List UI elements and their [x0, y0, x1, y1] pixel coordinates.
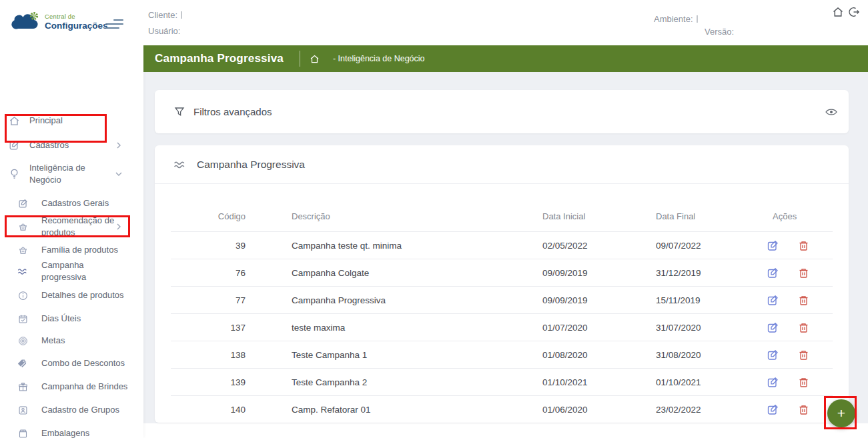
cliente-label: Cliente: — [148, 10, 177, 20]
sidebar-item-label: Metas — [41, 335, 129, 347]
edit-icon[interactable] — [767, 295, 779, 306]
cell-data-inicial: 01/07/2020 — [542, 323, 656, 333]
cliente-field: Cliente: — [148, 10, 182, 20]
ambiente-value — [697, 15, 698, 23]
cell-codigo: 76 — [171, 268, 246, 278]
usuario-label: Usuário: — [148, 26, 180, 36]
edit-note-icon — [17, 198, 28, 209]
trash-icon[interactable] — [798, 322, 809, 333]
sidebar-item-combo-de-descontos[interactable]: Combo de Descontos — [0, 357, 143, 370]
sidebar-item-recomendacao-de-produtos[interactable]: Recomendação de produtos — [0, 215, 143, 238]
waves-icon — [173, 160, 186, 169]
trash-icon[interactable] — [798, 404, 809, 415]
lightbulb-icon — [8, 168, 20, 180]
ambiente-label: Ambiente: — [654, 14, 693, 24]
trash-icon[interactable] — [798, 377, 809, 388]
eye-icon[interactable] — [825, 107, 838, 117]
sidebar-item-campanha-de-brindes[interactable]: Campanha de Brindes — [0, 380, 143, 393]
cell-codigo: 139 — [171, 377, 246, 387]
column-header-codigo: Código — [171, 211, 246, 221]
sidebar-toggle-button[interactable] — [105, 19, 124, 30]
cloud-gear-logo-icon — [9, 11, 40, 32]
trash-icon[interactable] — [798, 295, 809, 306]
sidebar-item-cadastro-de-grupos[interactable]: Cadastro de Grupos — [0, 403, 143, 417]
edit-icon[interactable] — [767, 377, 779, 388]
cell-codigo: 137 — [171, 323, 246, 333]
cell-data-final: 31/08/2020 — [656, 350, 767, 360]
sidebar-item-label: Campanha de Brindes — [41, 381, 129, 393]
content-area: Filtros avançados Campanha Progressiva C… — [143, 72, 868, 423]
sidebar-item-metas[interactable]: Metas — [0, 334, 143, 347]
sidebar-item-campanha-progressiva[interactable]: Campanha progressiva — [0, 265, 143, 278]
cell-descricao: Campanha Progressiva — [246, 295, 542, 305]
cell-descricao: Camp. Refatorar 01 — [246, 405, 542, 415]
edit-icon[interactable] — [767, 322, 779, 333]
versao-field: Versão: — [705, 27, 734, 37]
home-icon[interactable] — [832, 6, 844, 18]
column-header-data-inicial: Data Inicial — [542, 211, 656, 221]
cell-codigo: 77 — [171, 295, 246, 305]
sidebar-item-label: Cadastros — [29, 139, 113, 151]
sidebar-item-embalagens[interactable]: Embalagens — [0, 427, 143, 438]
column-header-acoes: Ações — [767, 211, 831, 221]
column-header-data-final: Data Final — [656, 211, 767, 221]
add-campaign-button[interactable]: + — [827, 399, 855, 427]
sidebar-item-label: Detalhes de produtos — [41, 289, 129, 301]
breadcrumb-home-icon[interactable] — [310, 54, 320, 64]
logo-line2: Configurações — [45, 21, 108, 31]
sidebar: Principal Cadastros Inteligência de Negó… — [0, 45, 143, 438]
sidebar-item-label: Família de produtos — [41, 244, 129, 256]
sidebar-item-principal[interactable]: Principal — [0, 114, 143, 127]
home-icon — [8, 115, 20, 127]
trash-icon[interactable] — [798, 349, 809, 361]
topbar: Central de Configurações Cliente: Usuári… — [0, 0, 868, 45]
edit-icon[interactable] — [767, 240, 779, 251]
page-header: Campanha Progressiva - Inteligência de N… — [143, 45, 868, 72]
sidebar-item-label: Combo de Descontos — [41, 357, 129, 369]
sidebar-item-detalhes-de-produtos[interactable]: Detalhes de produtos — [0, 289, 143, 302]
sidebar-item-inteligencia-de-negocio[interactable]: Inteligência de Negócio — [0, 160, 143, 188]
table-row: 139 Teste Campanha 2 01/10/2021 01/10/20… — [171, 368, 833, 395]
sidebar-item-label: Cadastros Gerais — [41, 197, 129, 209]
sidebar-item-label: Inteligência de Negócio — [29, 162, 113, 185]
sidebar-item-cadastros-gerais[interactable]: Cadastros Gerais — [0, 197, 143, 210]
edit-icon[interactable] — [767, 349, 779, 361]
cell-data-final: 31/07/2020 — [656, 323, 767, 333]
cell-descricao: Teste Campanha 1 — [246, 350, 542, 360]
sidebar-item-familia-de-produtos[interactable]: Família de produtos — [0, 243, 143, 257]
edit-note-icon — [8, 139, 20, 151]
table-header-row: Código Descrição Data Inicial Data Final… — [171, 184, 833, 231]
chevron-down-icon — [115, 170, 123, 178]
central-de-configuracoes-app: Central de Configurações Cliente: Usuári… — [0, 0, 868, 438]
filters-title: Filtros avançados — [193, 106, 272, 117]
cell-data-inicial: 09/09/2019 — [542, 268, 656, 278]
sidebar-item-label: Principal — [29, 115, 113, 127]
advanced-filters-panel[interactable]: Filtros avançados — [155, 90, 849, 133]
cell-descricao: Campanha Colgate — [246, 268, 542, 278]
sidebar-item-label: Campanha progressiva — [41, 259, 129, 283]
chevron-right-icon — [115, 141, 123, 149]
package-icon — [17, 428, 28, 438]
campaign-table-card: Campanha Progressiva Código Descrição Da… — [155, 145, 849, 423]
sidebar-item-dias-uteis[interactable]: Dias Úteis — [0, 312, 143, 325]
trash-icon[interactable] — [798, 240, 809, 251]
cell-data-final: 31/12/2019 — [656, 268, 767, 278]
cell-data-inicial: 09/09/2019 — [542, 295, 656, 305]
edit-icon[interactable] — [767, 267, 779, 279]
ambiente-field: Ambiente: — [654, 14, 698, 24]
logo-line1: Central de — [45, 13, 108, 20]
cell-data-final: 15/11/2019 — [656, 295, 767, 305]
cell-codigo: 39 — [171, 241, 246, 251]
cell-codigo: 138 — [171, 350, 246, 360]
sidebar-item-label: Cadastro de Grupos — [41, 404, 129, 416]
sidebar-item-cadastros[interactable]: Cadastros — [0, 139, 143, 152]
trash-icon[interactable] — [798, 267, 809, 279]
gift-icon — [17, 381, 28, 392]
cell-data-inicial: 01/06/2020 — [542, 405, 656, 415]
target-icon — [17, 335, 28, 346]
table-row: 77 Campanha Progressiva 09/09/2019 15/11… — [171, 286, 833, 313]
edit-icon[interactable] — [767, 404, 779, 415]
filter-funnel-icon — [174, 107, 185, 117]
logout-icon[interactable] — [848, 6, 860, 18]
sidebar-item-label: Embalagens — [41, 427, 129, 438]
